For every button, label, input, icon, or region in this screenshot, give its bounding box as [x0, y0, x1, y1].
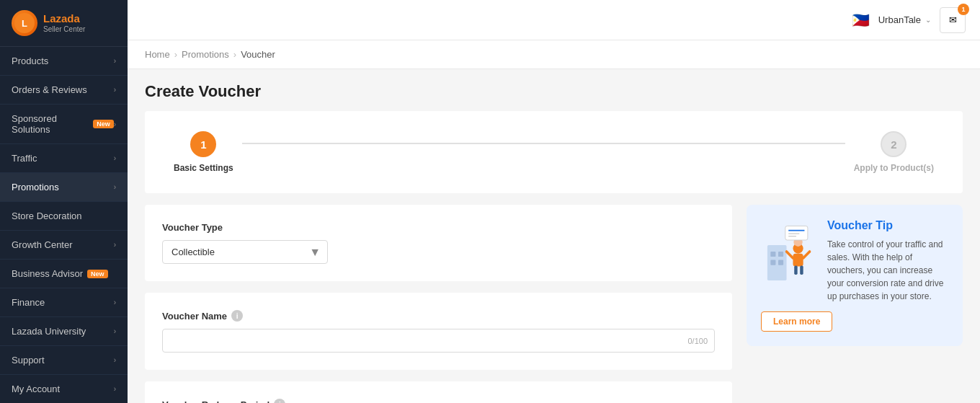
notification-button[interactable]: ✉ 1	[940, 7, 966, 33]
step-1: 1 Basic Settings	[174, 131, 233, 173]
svg-rect-8	[793, 254, 803, 267]
sidebar-item-account[interactable]: My Account ›	[0, 375, 128, 403]
chevron-down-icon: ⌄	[925, 16, 931, 24]
logo-text: Lazada Seller Center	[43, 12, 85, 34]
chevron-right-icon: ›	[114, 356, 116, 364]
svg-rect-3	[770, 252, 775, 257]
sidebar-item-orders[interactable]: Orders & Reviews ›	[0, 76, 128, 105]
voucher-type-select-wrapper: Collectible Auto Applied ▼	[162, 240, 328, 264]
breadcrumb-current: Voucher	[241, 49, 275, 60]
breadcrumb-sep-1: ›	[174, 49, 177, 60]
chevron-right-icon: ›	[114, 327, 116, 335]
sidebar-item-store-decoration[interactable]: Store Decoration	[0, 202, 128, 231]
step-1-circle: 1	[190, 131, 216, 157]
voucher-name-section: Voucher Name i 0/100	[145, 293, 732, 370]
svg-rect-12	[785, 226, 808, 240]
page-title-bar: Create Voucher	[128, 69, 980, 111]
svg-rect-2	[767, 245, 787, 280]
svg-line-10	[787, 252, 793, 258]
sidebar-label-growth: Growth Center	[12, 239, 73, 250]
step-1-label: Basic Settings	[174, 163, 233, 173]
sidebar-label-university: Lazada University	[12, 326, 86, 337]
step-2: 2 Apply to Product(s)	[854, 131, 934, 173]
svg-rect-5	[770, 260, 775, 265]
tip-illustration	[761, 219, 819, 277]
sidebar-item-business[interactable]: Business Advisor New	[0, 260, 128, 288]
voucher-name-label: Voucher Name i	[162, 310, 715, 322]
tip-card: Voucher Tip Take control of your traffic…	[747, 205, 963, 346]
chevron-right-icon: ›	[114, 298, 116, 306]
voucher-type-select[interactable]: Collectible Auto Applied	[162, 240, 328, 264]
chevron-right-icon: ›	[114, 86, 116, 94]
chevron-right-icon: ›	[114, 57, 116, 65]
breadcrumb-sep-2: ›	[233, 49, 236, 60]
sidebar-label-orders: Orders & Reviews	[12, 84, 87, 95]
sidebar-label-promotions: Promotions	[12, 182, 59, 192]
tip-card-top: Voucher Tip Take control of your traffic…	[761, 219, 948, 303]
bell-icon: ✉	[949, 14, 957, 25]
sidebar-label-products: Products	[12, 56, 48, 66]
voucher-type-label: Voucher Type	[162, 222, 715, 233]
chevron-right-icon: ›	[114, 120, 116, 128]
svg-rect-17	[800, 266, 803, 275]
sidebar-label-finance: Finance	[12, 297, 45, 308]
logo-icon: L	[12, 10, 37, 36]
voucher-redeem-label: Voucher Redeem Period i	[162, 399, 715, 403]
sidebar-item-traffic[interactable]: Traffic ›	[0, 144, 128, 173]
voucher-name-input[interactable]	[162, 329, 715, 353]
sidebar-item-finance[interactable]: Finance ›	[0, 288, 128, 317]
voucher-name-counter: 0/100	[687, 337, 708, 345]
chevron-right-icon: ›	[114, 183, 116, 191]
voucher-type-section: Voucher Type Collectible Auto Applied ▼	[145, 205, 732, 281]
sidebar-label-store: Store Decoration	[12, 211, 82, 221]
step-2-circle: 2	[881, 131, 906, 157]
sidebar-label-account: My Account	[12, 384, 60, 394]
sidebar-item-growth[interactable]: Growth Center ›	[0, 231, 128, 260]
svg-text:L: L	[22, 18, 27, 29]
chevron-right-icon: ›	[114, 241, 116, 249]
seller-dropdown[interactable]: UrbanTale ⌄	[878, 14, 931, 25]
svg-rect-4	[778, 252, 783, 257]
tip-text-area: Voucher Tip Take control of your traffic…	[827, 219, 948, 303]
new-badge: New	[87, 270, 108, 278]
breadcrumb-home[interactable]: Home	[145, 49, 170, 60]
sidebar-label-traffic: Traffic	[12, 153, 37, 164]
step-2-label: Apply to Product(s)	[854, 163, 934, 173]
sidebar-item-support[interactable]: Support ›	[0, 346, 128, 375]
sidebar-label-sponsored: Sponsored Solutions	[12, 113, 89, 135]
form-left: Voucher Type Collectible Auto Applied ▼ …	[145, 205, 732, 403]
svg-rect-16	[794, 266, 797, 275]
brand-name: Lazada	[43, 12, 85, 25]
form-content: Voucher Type Collectible Auto Applied ▼ …	[145, 205, 963, 403]
seller-name: UrbanTale	[878, 14, 921, 25]
sidebar-item-university[interactable]: Lazada University ›	[0, 317, 128, 346]
sidebar-item-promotions[interactable]: Promotions ›	[0, 173, 128, 202]
sidebar-label-business: Business Advisor	[12, 268, 83, 279]
breadcrumb: Home › Promotions › Voucher	[128, 40, 980, 69]
sidebar-item-sponsored[interactable]: Sponsored Solutions New ›	[0, 105, 128, 144]
main-area: 🇵🇭 UrbanTale ⌄ ✉ 1 Home › Promotions › V…	[128, 0, 980, 403]
voucher-name-input-wrapper: 0/100	[162, 329, 715, 353]
steps-card: 1 Basic Settings 2 Apply to Product(s)	[145, 111, 963, 193]
info-icon[interactable]: i	[231, 310, 243, 322]
notification-badge: 1	[958, 4, 969, 15]
flag-icon: 🇵🇭	[852, 12, 870, 29]
svg-rect-6	[778, 260, 783, 265]
voucher-redeem-section: Voucher Redeem Period i The period that …	[145, 381, 732, 403]
info-icon-redeem[interactable]: i	[274, 399, 285, 403]
sidebar-item-products[interactable]: Products ›	[0, 47, 128, 76]
chevron-right-icon: ›	[114, 154, 116, 162]
sidebar-logo: L Lazada Seller Center	[0, 0, 128, 47]
chevron-right-icon: ›	[114, 385, 116, 393]
sidebar: L Lazada Seller Center Products › Orders…	[0, 0, 128, 403]
tip-title: Voucher Tip	[827, 219, 948, 232]
new-badge: New	[93, 120, 114, 128]
learn-more-button[interactable]: Learn more	[761, 311, 832, 332]
header: 🇵🇭 UrbanTale ⌄ ✉ 1	[128, 0, 980, 40]
step-connector	[242, 143, 845, 144]
tip-body: Take control of your traffic and sales. …	[827, 238, 948, 303]
content-area: Home › Promotions › Voucher Create Vouch…	[128, 40, 980, 403]
page-title: Create Voucher	[145, 82, 963, 101]
breadcrumb-promotions[interactable]: Promotions	[182, 49, 229, 60]
sidebar-label-support: Support	[12, 355, 45, 366]
